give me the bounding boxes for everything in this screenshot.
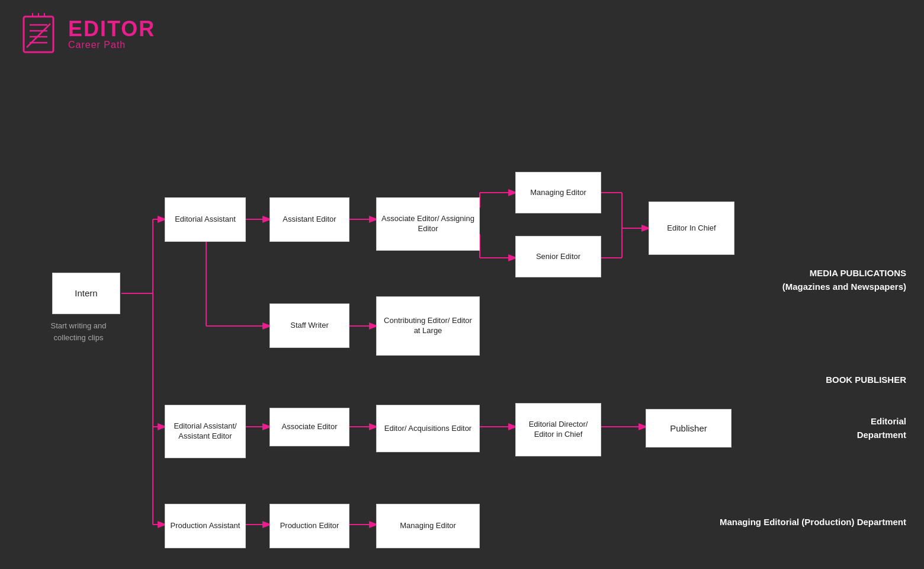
section-managing-editorial: Managing Editorial (Production) Departme… bbox=[720, 516, 906, 529]
node-editor-in-chief: Editor In Chief bbox=[649, 202, 734, 255]
logo-subtitle: Career Path bbox=[68, 40, 155, 50]
node-associate-editor-book: Associate Editor bbox=[270, 408, 349, 446]
node-managing-editor-prod: Managing Editor bbox=[376, 504, 480, 548]
node-editorial-director: Editorial Director/ Editor in Chief bbox=[515, 403, 601, 456]
section-editorial-dept: Editorial Department bbox=[857, 415, 906, 442]
logo-icon bbox=[18, 12, 59, 56]
logo-text: EDITOR Career Path bbox=[68, 18, 155, 50]
node-assistant-editor: Assistant Editor bbox=[270, 197, 349, 242]
node-staff-writer: Staff Writer bbox=[270, 303, 349, 348]
start-text: Start writing and collecting clips bbox=[36, 320, 121, 343]
career-diagram: Intern Start writing and collecting clip… bbox=[0, 83, 924, 569]
node-senior-editor: Senior Editor bbox=[515, 236, 601, 277]
section-book-publisher: BOOK PUBLISHER bbox=[826, 373, 906, 387]
node-editor-acquisitions: Editor/ Acquisitions Editor bbox=[376, 405, 480, 452]
header: EDITOR Career Path bbox=[18, 12, 155, 56]
svg-line-5 bbox=[27, 24, 50, 47]
node-production-editor: Production Editor bbox=[270, 504, 349, 548]
node-editorial-assistant-book: Editorial Assistant/ Assistant Editor bbox=[165, 405, 246, 458]
node-publisher: Publisher bbox=[646, 409, 732, 447]
node-contributing-editor: Contributing Editor/ Editor at Large bbox=[376, 296, 480, 356]
node-production-assistant: Production Assistant bbox=[165, 504, 246, 548]
section-media-publications: MEDIA PUBLICATIONS (Magazines and Newspa… bbox=[782, 267, 906, 293]
node-editorial-assistant: Editorial Assistant bbox=[165, 197, 246, 242]
logo-title: EDITOR bbox=[68, 18, 155, 40]
node-managing-editor-top: Managing Editor bbox=[515, 172, 601, 213]
node-associate-editor-assigning: Associate Editor/ Assigning Editor bbox=[376, 197, 480, 251]
node-intern: Intern bbox=[52, 273, 120, 314]
